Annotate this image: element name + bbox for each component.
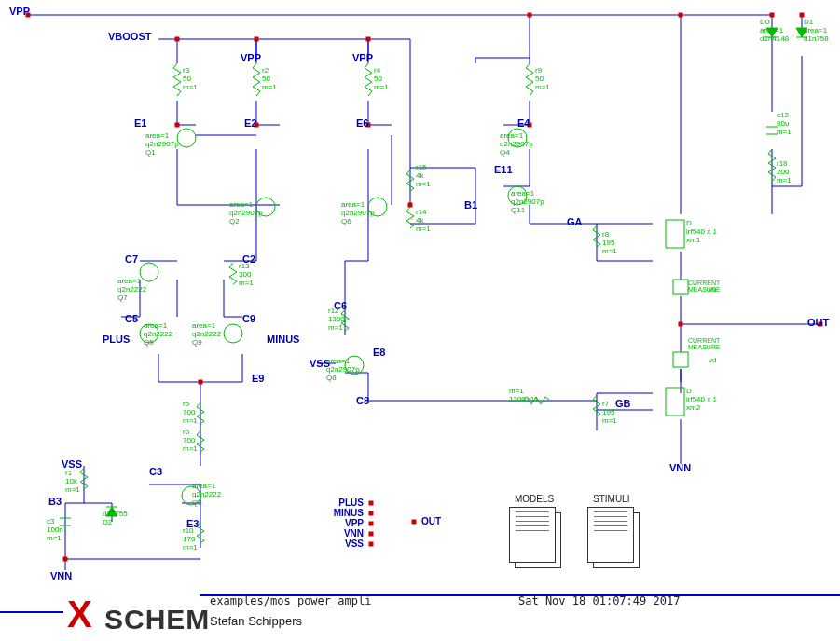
r1-params: r1 10k m=1: [65, 470, 80, 494]
net-e6: E6: [356, 117, 368, 129]
r18-params: r18 200 m=1: [777, 160, 792, 184]
net-vpp: VPP: [9, 6, 30, 17]
vd-meas: CURRENT MEASURE: [688, 337, 721, 350]
q2-params: area=1 q2n2907p Q2: [229, 201, 263, 225]
net-e2: E2: [244, 117, 256, 129]
r10-params: r10 170 m=1: [183, 527, 198, 552]
r14-params: r14 4k m=1: [416, 209, 431, 233]
net-gb: GB: [615, 398, 631, 409]
net-c3: C3: [149, 466, 162, 477]
net-minus: MINUS: [267, 334, 299, 345]
r3-params: r3 50 m=1: [183, 67, 198, 91]
net-plus: PLUS: [103, 334, 130, 345]
timestamp: Sat Nov 18 01:07:49 2017: [518, 594, 680, 607]
net-vpp-2: VPP: [241, 52, 261, 63]
r6-params: r6 700 m=1: [183, 429, 198, 453]
q6-params: area=1 q2n2907p Q6: [341, 201, 375, 225]
q4-params: area=1 q2n2907p Q4: [500, 132, 533, 157]
net-vnn-l: VNN: [50, 570, 72, 581]
net-vnn-r: VNN: [669, 462, 691, 473]
net-e11: E11: [494, 164, 513, 175]
r15-params: r15 4k m=1: [416, 164, 431, 188]
title-block: X SCHEM examples/mos_power_ampli Stefan …: [0, 585, 840, 641]
q7-params: area=1 q2n2222 Q7: [117, 278, 146, 302]
r12-params: r12 1300 m=1: [328, 307, 345, 332]
c3-params: c3 100n m=1: [47, 518, 63, 542]
q11-params: area=1 q2n2907p Q11: [511, 190, 544, 214]
q1-params: area=1 q2n2907p Q1: [145, 132, 179, 157]
net-b3: B3: [48, 496, 62, 507]
q3-params: area=1 q2n2222 Q3: [192, 483, 221, 507]
net-e4: E4: [517, 117, 530, 129]
q5-params: area=1 q2n2222 Q5: [144, 322, 172, 347]
net-out: OUT: [807, 317, 829, 328]
r8-params: r8 195 m=1: [602, 231, 617, 255]
net-b1: B1: [464, 199, 477, 211]
net-ga: GA: [567, 216, 583, 227]
net-e9: E9: [252, 373, 264, 384]
d1-params: D1 area=1 d1n758: [804, 19, 829, 43]
stimuli-icon[interactable]: [587, 507, 643, 572]
schematic-path: examples/mos_power_ampli: [210, 594, 371, 607]
d2-params: d1n755 D2: [103, 511, 128, 527]
net-c9: C9: [242, 313, 255, 324]
net-vboost: VBOOST: [108, 31, 151, 42]
c12-params: c12 80u m=1: [777, 112, 792, 136]
schematic-canvas: VPP VBOOST VPP VPP E1 E2 E6 E4 E11 B1 GA…: [0, 0, 840, 641]
net-c8: C8: [356, 395, 369, 406]
xm2-params: D irf540 x 1 xm2: [686, 388, 717, 412]
models-icon[interactable]: [509, 507, 565, 572]
svg-rect-12: [673, 280, 688, 294]
svg-rect-10: [666, 220, 684, 248]
q9-params: area=1 q2n2222 Q9: [192, 322, 221, 347]
stimuli-label: STIMULI: [593, 494, 629, 504]
r5-params: r5 700 m=1: [183, 401, 198, 425]
net-c7: C7: [125, 253, 138, 265]
vd-node: vd: [709, 356, 716, 364]
models-label: MODELS: [515, 494, 554, 504]
xm1-params: D irf540 x 1 xm1: [686, 220, 717, 244]
net-e1: E1: [134, 117, 146, 129]
logo-schem: SCHEM: [104, 604, 210, 635]
r13-params: r13 300 m=1: [239, 263, 254, 287]
net-vpp-3: VPP: [352, 52, 373, 63]
svg-rect-11: [666, 388, 684, 416]
net-c5: C5: [125, 313, 138, 324]
q8-params: area=1 q2n2907p Q8: [326, 358, 360, 382]
pin-summary: PLUS MINUS VPP VNN VSS: [326, 498, 364, 549]
vu-node: vu: [709, 285, 716, 293]
svg-rect-13: [673, 352, 688, 367]
r7-params: r7 195 m=1: [602, 401, 617, 425]
author: Stefan Schippers: [210, 614, 302, 628]
svg-point-0: [177, 129, 196, 147]
logo-x: X: [67, 593, 92, 635]
pin-out: OUT: [421, 516, 441, 526]
r4-params: r4 50 m=1: [374, 67, 389, 91]
r2-params: r2 50 m=1: [262, 67, 277, 91]
d0-params: D0 area=1 d1n4148: [760, 19, 789, 43]
r9-params: r9 50 m=1: [535, 67, 550, 91]
svg-point-7: [224, 324, 242, 343]
net-e8: E8: [373, 347, 385, 358]
r11-params: m=1 1300 r11: [509, 388, 539, 404]
